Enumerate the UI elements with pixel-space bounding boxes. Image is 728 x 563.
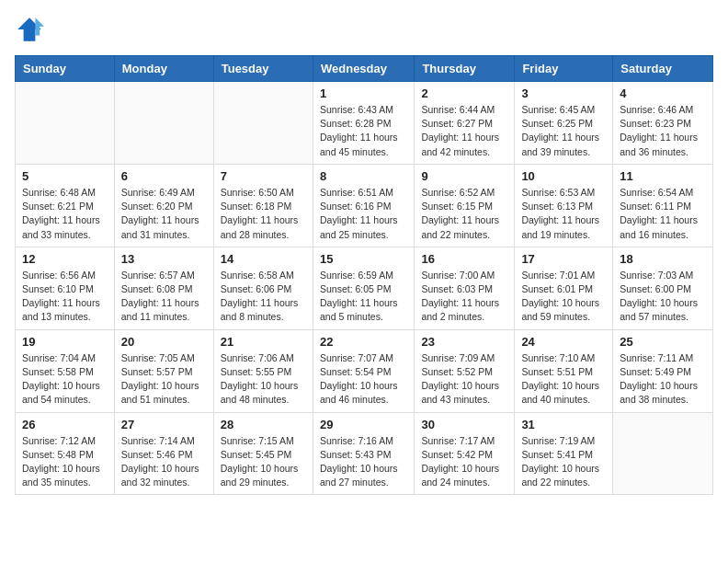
- day-info: Sunrise: 6:43 AM Sunset: 6:28 PM Dayligh…: [320, 103, 407, 159]
- calendar-cell: 2Sunrise: 6:44 AM Sunset: 6:27 PM Daylig…: [415, 82, 515, 165]
- calendar-cell: 9Sunrise: 6:52 AM Sunset: 6:15 PM Daylig…: [415, 164, 515, 247]
- day-info: Sunrise: 7:06 AM Sunset: 5:55 PM Dayligh…: [221, 351, 306, 408]
- weekday-header-row: SundayMondayTuesdayWednesdayThursdayFrid…: [16, 56, 713, 82]
- day-info: Sunrise: 7:09 AM Sunset: 5:52 PM Dayligh…: [421, 351, 507, 408]
- day-info: Sunrise: 6:45 AM Sunset: 6:25 PM Dayligh…: [521, 103, 606, 159]
- calendar-table: SundayMondayTuesdayWednesdayThursdayFrid…: [15, 55, 713, 495]
- calendar-cell: 22Sunrise: 7:07 AM Sunset: 5:54 PM Dayli…: [313, 329, 414, 412]
- day-number: 27: [121, 418, 207, 431]
- day-number: 13: [121, 252, 207, 266]
- calendar-cell: 31Sunrise: 7:19 AM Sunset: 5:41 PM Dayli…: [515, 412, 613, 495]
- day-info: Sunrise: 6:48 AM Sunset: 6:21 PM Dayligh…: [22, 186, 108, 242]
- day-info: Sunrise: 7:04 AM Sunset: 5:58 PM Dayligh…: [22, 351, 108, 408]
- day-info: Sunrise: 7:16 AM Sunset: 5:43 PM Dayligh…: [320, 434, 407, 490]
- day-number: 11: [620, 169, 706, 183]
- svg-marker-1: [35, 17, 44, 35]
- day-info: Sunrise: 6:57 AM Sunset: 6:08 PM Dayligh…: [121, 269, 207, 325]
- calendar-cell: 24Sunrise: 7:10 AM Sunset: 5:51 PM Dayli…: [515, 329, 613, 412]
- calendar-cell: [213, 82, 313, 165]
- day-info: Sunrise: 6:59 AM Sunset: 6:05 PM Dayligh…: [320, 269, 407, 325]
- day-info: Sunrise: 7:12 AM Sunset: 5:48 PM Dayligh…: [22, 434, 108, 490]
- day-info: Sunrise: 6:46 AM Sunset: 6:23 PM Dayligh…: [620, 103, 706, 159]
- calendar-cell: [613, 412, 713, 495]
- day-info: Sunrise: 7:01 AM Sunset: 6:01 PM Dayligh…: [521, 269, 606, 325]
- day-number: 19: [22, 335, 108, 349]
- calendar-cell: 4Sunrise: 6:46 AM Sunset: 6:23 PM Daylig…: [613, 82, 713, 165]
- day-number: 14: [221, 252, 306, 266]
- day-info: Sunrise: 6:54 AM Sunset: 6:11 PM Dayligh…: [620, 186, 706, 242]
- day-info: Sunrise: 6:49 AM Sunset: 6:20 PM Dayligh…: [121, 186, 207, 242]
- week-row-2: 5Sunrise: 6:48 AM Sunset: 6:21 PM Daylig…: [16, 164, 713, 247]
- day-info: Sunrise: 6:50 AM Sunset: 6:18 PM Dayligh…: [221, 186, 306, 242]
- day-info: Sunrise: 6:51 AM Sunset: 6:16 PM Dayligh…: [320, 186, 407, 242]
- calendar-cell: 20Sunrise: 7:05 AM Sunset: 5:57 PM Dayli…: [114, 329, 213, 412]
- calendar-cell: 21Sunrise: 7:06 AM Sunset: 5:55 PM Dayli…: [213, 329, 313, 412]
- day-number: 12: [22, 252, 108, 266]
- weekday-header-thursday: Thursday: [415, 56, 515, 82]
- day-info: Sunrise: 6:52 AM Sunset: 6:15 PM Dayligh…: [421, 186, 507, 242]
- calendar-cell: 14Sunrise: 6:58 AM Sunset: 6:06 PM Dayli…: [213, 247, 313, 329]
- day-info: Sunrise: 7:11 AM Sunset: 5:49 PM Dayligh…: [620, 351, 706, 408]
- day-number: 1: [320, 86, 407, 100]
- week-row-3: 12Sunrise: 6:56 AM Sunset: 6:10 PM Dayli…: [16, 247, 713, 329]
- calendar-cell: [114, 82, 213, 165]
- day-info: Sunrise: 6:58 AM Sunset: 6:06 PM Dayligh…: [221, 269, 306, 325]
- calendar-cell: 13Sunrise: 6:57 AM Sunset: 6:08 PM Dayli…: [114, 247, 213, 329]
- day-info: Sunrise: 7:10 AM Sunset: 5:51 PM Dayligh…: [521, 351, 606, 408]
- weekday-header-wednesday: Wednesday: [313, 56, 414, 82]
- calendar-cell: 7Sunrise: 6:50 AM Sunset: 6:18 PM Daylig…: [213, 164, 313, 247]
- day-info: Sunrise: 7:07 AM Sunset: 5:54 PM Dayligh…: [320, 351, 407, 408]
- day-number: 20: [121, 335, 207, 349]
- calendar-cell: 26Sunrise: 7:12 AM Sunset: 5:48 PM Dayli…: [16, 412, 115, 495]
- week-row-1: 1Sunrise: 6:43 AM Sunset: 6:28 PM Daylig…: [16, 82, 713, 165]
- day-info: Sunrise: 7:19 AM Sunset: 5:41 PM Dayligh…: [521, 434, 606, 490]
- calendar-cell: 16Sunrise: 7:00 AM Sunset: 6:03 PM Dayli…: [415, 247, 515, 329]
- day-number: 29: [320, 418, 407, 431]
- day-info: Sunrise: 7:05 AM Sunset: 5:57 PM Dayligh…: [121, 351, 207, 408]
- day-number: 17: [521, 252, 606, 266]
- calendar-cell: 12Sunrise: 6:56 AM Sunset: 6:10 PM Dayli…: [16, 247, 115, 329]
- calendar-cell: 25Sunrise: 7:11 AM Sunset: 5:49 PM Dayli…: [613, 329, 713, 412]
- logo-icon: [15, 15, 44, 44]
- day-number: 18: [620, 252, 706, 266]
- calendar-cell: 23Sunrise: 7:09 AM Sunset: 5:52 PM Dayli…: [415, 329, 515, 412]
- day-number: 31: [521, 418, 606, 431]
- calendar-cell: 6Sunrise: 6:49 AM Sunset: 6:20 PM Daylig…: [114, 164, 213, 247]
- calendar-cell: [16, 82, 115, 165]
- calendar-cell: 19Sunrise: 7:04 AM Sunset: 5:58 PM Dayli…: [16, 329, 115, 412]
- day-number: 5: [22, 169, 108, 183]
- day-number: 15: [320, 252, 407, 266]
- weekday-header-sunday: Sunday: [16, 56, 115, 82]
- day-number: 6: [121, 169, 207, 183]
- calendar-cell: 27Sunrise: 7:14 AM Sunset: 5:46 PM Dayli…: [114, 412, 213, 495]
- weekday-header-monday: Monday: [114, 56, 213, 82]
- calendar-cell: 18Sunrise: 7:03 AM Sunset: 6:00 PM Dayli…: [613, 247, 713, 329]
- day-number: 26: [22, 418, 108, 431]
- day-info: Sunrise: 7:14 AM Sunset: 5:46 PM Dayligh…: [121, 434, 207, 490]
- calendar-cell: 28Sunrise: 7:15 AM Sunset: 5:45 PM Dayli…: [213, 412, 313, 495]
- day-number: 28: [221, 418, 306, 431]
- day-info: Sunrise: 7:15 AM Sunset: 5:45 PM Dayligh…: [221, 434, 306, 490]
- calendar-cell: 1Sunrise: 6:43 AM Sunset: 6:28 PM Daylig…: [313, 82, 414, 165]
- day-number: 22: [320, 335, 407, 349]
- day-number: 23: [421, 335, 507, 349]
- day-number: 3: [521, 86, 606, 100]
- day-number: 30: [421, 418, 507, 431]
- calendar-cell: 15Sunrise: 6:59 AM Sunset: 6:05 PM Dayli…: [313, 247, 414, 329]
- calendar-cell: 30Sunrise: 7:17 AM Sunset: 5:42 PM Dayli…: [415, 412, 515, 495]
- day-info: Sunrise: 6:53 AM Sunset: 6:13 PM Dayligh…: [521, 186, 606, 242]
- week-row-4: 19Sunrise: 7:04 AM Sunset: 5:58 PM Dayli…: [16, 329, 713, 412]
- day-number: 16: [421, 252, 507, 266]
- day-number: 4: [620, 86, 706, 100]
- calendar-cell: 29Sunrise: 7:16 AM Sunset: 5:43 PM Dayli…: [313, 412, 414, 495]
- calendar-cell: 3Sunrise: 6:45 AM Sunset: 6:25 PM Daylig…: [515, 82, 613, 165]
- calendar-cell: 17Sunrise: 7:01 AM Sunset: 6:01 PM Dayli…: [515, 247, 613, 329]
- day-number: 21: [221, 335, 306, 349]
- weekday-header-tuesday: Tuesday: [213, 56, 313, 82]
- page-header: [15, 15, 713, 44]
- day-info: Sunrise: 7:17 AM Sunset: 5:42 PM Dayligh…: [421, 434, 507, 490]
- day-number: 2: [421, 86, 507, 100]
- calendar-cell: 5Sunrise: 6:48 AM Sunset: 6:21 PM Daylig…: [16, 164, 115, 247]
- weekday-header-saturday: Saturday: [613, 56, 713, 82]
- day-number: 8: [320, 169, 407, 183]
